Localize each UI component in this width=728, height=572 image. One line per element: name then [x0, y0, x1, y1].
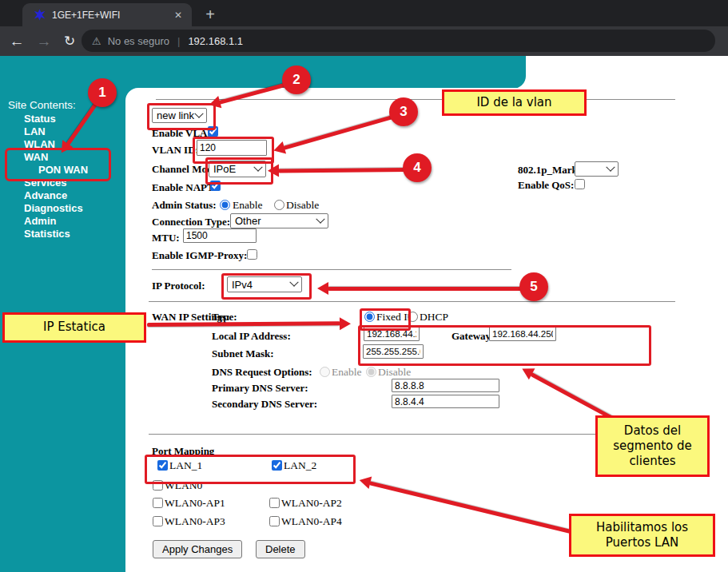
vlan-id-input[interactable] — [197, 140, 267, 156]
port-wlan0-ap2-checkbox[interactable] — [269, 498, 280, 508]
dns-disable-label: Disable — [378, 366, 411, 379]
subnet-mask-label: Subnet Mask: — [212, 348, 274, 360]
enable-napt-checkbox[interactable] — [210, 181, 221, 191]
browser-tab-bar: 1GE+1FE+WIFI ✕ + — [0, 0, 728, 26]
admin-enable-label: Enable — [233, 199, 262, 212]
ip-protocol-select[interactable]: IPv4 — [227, 276, 302, 292]
ip-protocol-label: IP Protocol: — [152, 280, 205, 292]
omnibox-separator: | — [177, 35, 180, 47]
vlan-id-label: VLAN ID: — [152, 144, 199, 157]
port-lan2-checkbox[interactable] — [272, 460, 282, 471]
secondary-dns-label: Secondary DNS Server: — [212, 398, 317, 411]
dhcp-radio[interactable] — [408, 312, 418, 322]
local-ip-input[interactable] — [364, 327, 420, 341]
browser-tab[interactable]: 1GE+1FE+WIFI ✕ — [22, 3, 192, 26]
note-vlan-id: ID de la vlan — [442, 89, 587, 116]
back-icon[interactable]: ← — [6, 31, 27, 52]
sidebar-item-pon-wan[interactable]: PON WAN — [38, 164, 88, 177]
browser-toolbar: ← → ↻ ⚠ No es seguro | 192.168.1.1 — [0, 26, 728, 56]
chevron-down-icon — [194, 109, 203, 117]
sidebar-title: Site Contents: — [8, 99, 76, 111]
divider-ip-protocol — [149, 301, 675, 302]
port-wlan0-ap1-checkbox[interactable] — [153, 498, 163, 508]
connection-type-select[interactable]: Other — [230, 213, 328, 228]
step-3-badge: 3 — [389, 97, 418, 126]
channel-mode-select[interactable]: IPoE — [209, 161, 266, 177]
address-bar[interactable]: ⚠ No es seguro | 192.168.1.1 — [82, 30, 715, 52]
port-lan1-checkbox[interactable] — [157, 460, 168, 471]
router-config-page: Site Contents: Status LAN WLAN WAN PON W… — [0, 56, 728, 572]
tab-title: 1GE+1FE+WIFI — [52, 10, 171, 21]
chevron-down-icon — [289, 278, 298, 287]
chevron-down-icon — [316, 214, 324, 223]
sidebar-item-status[interactable]: Status — [24, 113, 88, 125]
port-wlan0-ap3-checkbox[interactable] — [153, 516, 163, 526]
step-2-badge: 2 — [282, 66, 311, 94]
enable-qos-label: Enable QoS: — [518, 179, 574, 192]
arrow-step5 — [328, 287, 534, 291]
connection-type-label: Connection Type: — [152, 216, 230, 228]
reload-icon[interactable]: ↻ — [59, 31, 80, 52]
sidebar-item-wan[interactable]: WAN — [24, 151, 88, 164]
admin-status-label: Admin Status: — [152, 199, 217, 212]
note-lan-ports: Habilitamos los Puertos LAN — [569, 514, 715, 557]
favicon-icon — [34, 9, 46, 21]
note-static-ip: IP Estatica — [2, 312, 146, 343]
forward-icon[interactable]: → — [34, 31, 54, 52]
port-wlan0-ap4-label: WLAN0-AP4 — [281, 515, 342, 528]
link-select[interactable]: new link — [152, 108, 207, 123]
not-secure-label[interactable]: No es seguro — [108, 35, 169, 47]
step-1-badge: 1 — [88, 78, 117, 107]
not-secure-warning-icon: ⚠ — [92, 35, 101, 47]
close-tab-icon[interactable]: ✕ — [171, 8, 185, 22]
port-lan2-label: LAN_2 — [284, 459, 316, 472]
port-wlan0-ap1-label: WLAN0-AP1 — [165, 497, 225, 510]
sidebar-item-services[interactable]: Services — [24, 177, 88, 189]
port-mapping-title: Port Mapping — [152, 445, 214, 458]
apply-changes-button[interactable]: Apply Changes — [153, 540, 242, 558]
note-client-segment: Datos del segmento de clientes — [595, 415, 710, 477]
admin-enable-radio[interactable] — [220, 200, 230, 210]
enable-qos-checkbox[interactable] — [575, 179, 585, 189]
mark-select[interactable] — [575, 161, 619, 177]
admin-disable-label: Disable — [286, 199, 319, 212]
sidebar-item-advance[interactable]: Advance — [24, 189, 88, 202]
port-wlan0-label: WLAN0 — [165, 479, 202, 492]
gateway-input[interactable] — [489, 327, 556, 341]
fixed-ip-radio[interactable] — [364, 312, 375, 322]
divider-mid — [152, 269, 511, 270]
enable-igmp-label: Enable IGMP-Proxy: — [152, 249, 247, 262]
new-tab-button[interactable]: + — [200, 5, 221, 26]
enable-napt-label: Enable NAPT: — [152, 181, 217, 194]
port-wlan0-ap4-checkbox[interactable] — [269, 516, 280, 526]
step-4-badge: 4 — [403, 153, 432, 182]
port-wlan0-checkbox[interactable] — [153, 480, 163, 491]
port-wlan0-ap3-label: WLAN0-AP3 — [165, 515, 225, 528]
dns-disable-radio[interactable] — [366, 367, 376, 377]
sidebar-item-admin[interactable]: Admin — [24, 215, 88, 228]
enable-igmp-checkbox[interactable] — [247, 249, 257, 260]
dns-enable-radio[interactable] — [320, 367, 330, 377]
subnet-mask-input[interactable] — [363, 344, 424, 359]
sidebar-item-diagnostics[interactable]: Diagnostics — [24, 202, 88, 215]
chevron-down-icon — [253, 162, 262, 171]
local-ip-label: Local IP Address: — [212, 330, 291, 343]
secondary-dns-input[interactable] — [392, 395, 499, 408]
port-wlan0-ap2-label: WLAN0-AP2 — [281, 497, 342, 510]
primary-dns-label: Primary DNS Server: — [212, 382, 308, 395]
port-lan1-label: LAN_1 — [169, 459, 202, 472]
url-text[interactable]: 192.168.1.1 — [188, 35, 243, 47]
dhcp-label: DHCP — [420, 311, 448, 324]
step-5-badge: 5 — [519, 272, 548, 301]
mtu-input[interactable] — [183, 228, 257, 243]
mark-label: 802.1p_Mark — [518, 164, 578, 177]
chevron-down-icon — [606, 162, 615, 171]
enable-vlan-checkbox[interactable] — [208, 126, 218, 137]
delete-button[interactable]: Delete — [256, 540, 305, 558]
mtu-label: MTU: — [152, 232, 180, 244]
dns-options-label: DNS Request Options: — [212, 366, 312, 379]
primary-dns-input[interactable] — [392, 379, 499, 392]
sidebar-item-statistics[interactable]: Statistics — [24, 228, 88, 240]
admin-disable-radio[interactable] — [274, 200, 284, 210]
channel-mode-label: Channel Mode — [152, 163, 217, 176]
